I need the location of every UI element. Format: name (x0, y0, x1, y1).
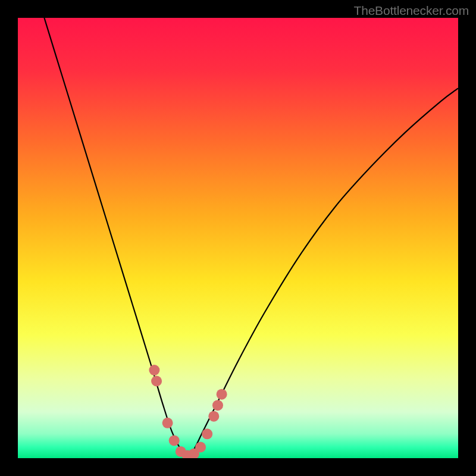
highlight-dot (169, 435, 180, 446)
highlight-dot (202, 428, 212, 439)
highlight-dot (217, 389, 227, 400)
highlight-dot (212, 400, 223, 411)
watermark-text: TheBottlenecker.com (354, 4, 469, 18)
highlight-dots (149, 365, 227, 458)
highlight-dot (195, 442, 206, 453)
highlight-dot (149, 365, 159, 375)
bottleneck-curve (44, 18, 458, 456)
chart-svg (18, 18, 458, 458)
highlight-dot (162, 418, 173, 428)
plot-area (18, 18, 458, 458)
highlight-dot (151, 376, 162, 387)
highlight-dot (208, 411, 219, 422)
chart-frame: TheBottlenecker.com (0, 0, 476, 476)
